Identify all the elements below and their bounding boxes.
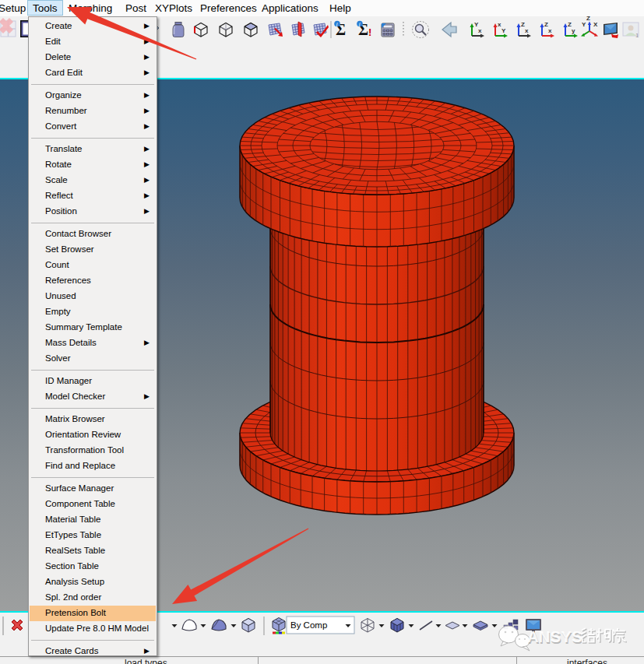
svg-text:x: x <box>525 27 529 34</box>
svg-text:Y: Y <box>582 21 586 28</box>
svg-text:!: ! <box>368 26 371 38</box>
svg-text:x: x <box>478 27 482 34</box>
svg-text:x: x <box>548 27 552 34</box>
svg-text:y: y <box>572 27 575 34</box>
svg-text:Z: Z <box>586 16 590 22</box>
svg-text:By Comp: By Comp <box>290 620 327 630</box>
svg-text:X: X <box>593 21 598 28</box>
svg-text:Y: Y <box>501 27 506 34</box>
svg-text:1: 1 <box>635 32 639 39</box>
